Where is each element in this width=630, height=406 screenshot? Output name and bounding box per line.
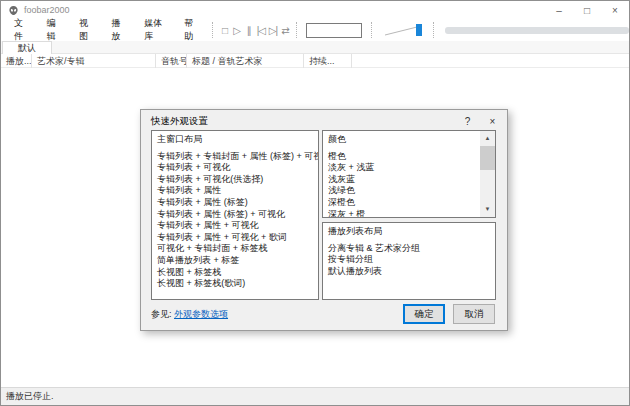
appearance-preferences-link[interactable]: 外观参数选项	[174, 309, 228, 319]
list-item[interactable]: 按专辑分组	[328, 254, 495, 266]
quick-appearance-dialog: 快速外观设置 ? × 主窗口布局 专辑列表 + 专辑封面 + 属性 (标签) +…	[140, 109, 508, 331]
dialog-title: 快速外观设置	[151, 115, 208, 128]
list-item[interactable]: 浅绿色	[328, 185, 479, 197]
list-item[interactable]: 专辑列表 + 属性 + 可视化	[157, 220, 318, 232]
column-header-title[interactable]: 标题 / 音轨艺术家	[187, 54, 304, 68]
playlist-tabs: 默认	[1, 41, 629, 54]
list-item[interactable]: 浅灰蓝	[328, 174, 479, 186]
list-item[interactable]: 专辑列表 + 属性 (标签)	[157, 197, 318, 209]
column-header-playing[interactable]: 播放...	[1, 54, 32, 68]
play-icon[interactable]: ▷	[231, 22, 243, 38]
scrollbar-thumb[interactable]	[480, 146, 495, 170]
random-icon[interactable]: ⇄	[279, 22, 291, 38]
toolbar-separator	[433, 22, 434, 38]
foobar2000-window: foobar2000 – □ × 文件 编辑 视图 播放 媒体库 帮助 □ ▷ …	[0, 0, 630, 406]
list-item[interactable]: 专辑列表 + 专辑封面 + 属性 (标签) + 可视化 + 歌词	[157, 151, 318, 163]
statusbar: 播放已停止.	[1, 387, 629, 405]
scroll-up-icon[interactable]: ▲	[480, 131, 495, 146]
column-header-track-no[interactable]: 音轨号	[156, 54, 187, 68]
color-scheme-list[interactable]: 颜色 橙色 淡灰 + 浅蓝 浅灰蓝 浅绿色 深橙色 深灰 + 橙 深灰 + 浅绿…	[322, 130, 496, 218]
list-item[interactable]: 专辑列表 + 属性	[157, 185, 318, 197]
list-item[interactable]: 长视图 + 标签栈	[157, 267, 318, 279]
cancel-button[interactable]: 取消	[453, 304, 495, 324]
volume-thumb	[416, 24, 422, 36]
list-item[interactable]: 专辑列表 + 属性 (标签) + 可视化	[157, 209, 318, 221]
playlist-header: 播放... 艺术家/专辑 音轨号 标题 / 音轨艺术家 持续...	[1, 54, 629, 68]
see-also-label: 参见:	[151, 309, 172, 319]
minimize-button[interactable]: –	[545, 1, 573, 19]
list-item[interactable]: 专辑列表 + 可视化(供选择)	[157, 174, 318, 186]
column-header-duration[interactable]: 持续...	[304, 54, 352, 68]
next-icon[interactable]: ▷|	[267, 22, 279, 38]
dialog-close-button[interactable]: ×	[480, 110, 505, 132]
playlist-layout-list[interactable]: 播放列表布局 分离专辑 & 艺术家分组 按专辑分组 默认播放列表	[322, 222, 496, 300]
menubar: 文件 编辑 视图 播放 媒体库 帮助 □ ▷ ∥ |◁ ▷| ⇄	[1, 19, 629, 41]
stop-icon[interactable]: □	[218, 22, 230, 38]
dialog-titlebar: 快速外观设置	[141, 110, 507, 132]
main-layout-list[interactable]: 主窗口布局 专辑列表 + 专辑封面 + 属性 (标签) + 可视化 + 歌词 专…	[151, 130, 319, 300]
list-item[interactable]: 长视图 + 标签栈(歌词)	[157, 278, 318, 290]
list-item[interactable]: 淡灰 + 浅蓝	[328, 162, 479, 174]
maximize-button[interactable]: □	[573, 1, 601, 19]
seekbar[interactable]	[445, 27, 629, 34]
help-button[interactable]: ?	[455, 110, 480, 132]
list-item[interactable]: 默认播放列表	[328, 266, 495, 278]
see-also: 参见: 外观参数选项	[151, 308, 228, 321]
list-item[interactable]: 分离专辑 & 艺术家分组	[328, 243, 495, 255]
pause-icon[interactable]: ∥	[243, 22, 255, 38]
toolbar-separator	[296, 22, 297, 38]
scroll-down-icon[interactable]: ▼	[480, 202, 495, 217]
column-header-artist-album[interactable]: 艺术家/专辑	[32, 54, 156, 68]
list-header: 颜色	[328, 134, 479, 146]
list-item[interactable]: 可视化 + 专辑封面 + 标签栈	[157, 243, 318, 255]
list-item[interactable]: 橙色	[328, 151, 479, 163]
volume-slider[interactable]	[383, 23, 422, 37]
list-header: 主窗口布局	[157, 134, 318, 146]
previous-icon[interactable]: |◁	[255, 22, 267, 38]
column-header-spacer	[352, 54, 629, 68]
list-item[interactable]: 简单播放列表 + 标签	[157, 255, 318, 267]
close-button[interactable]: ×	[601, 1, 629, 19]
toolbar-separator	[371, 22, 372, 38]
list-item[interactable]: 深灰 + 橙	[328, 209, 479, 218]
toolbar-separator	[212, 22, 213, 38]
list-item[interactable]: 深橙色	[328, 197, 479, 209]
scrollbar[interactable]: ▲ ▼	[480, 131, 495, 217]
pattern-input[interactable]	[306, 23, 362, 38]
list-item[interactable]: 专辑列表 + 属性 + 可视化 + 歌词	[157, 232, 318, 244]
ok-button[interactable]: 确定	[403, 304, 445, 324]
list-header: 播放列表布局	[328, 226, 495, 238]
status-text: 播放已停止.	[6, 390, 54, 403]
list-item[interactable]: 专辑列表 + 可视化	[157, 162, 318, 174]
tab-default[interactable]: 默认	[2, 41, 52, 54]
